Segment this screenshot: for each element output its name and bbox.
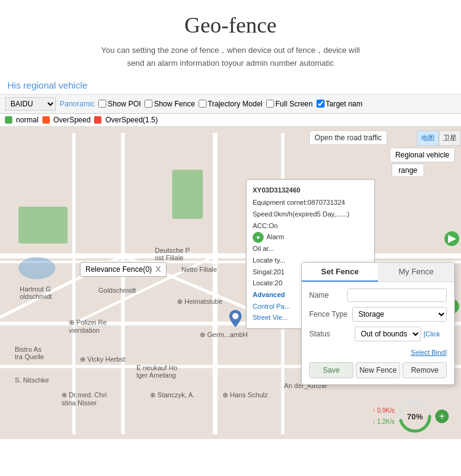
new-fence-button[interactable]: New Fence [356, 362, 400, 378]
overspeed15-dot [94, 116, 101, 124]
trajectory-checkbox[interactable] [199, 100, 207, 108]
set-fence-body: Name Fence Type Storage Circle Rectangle… [302, 282, 454, 384]
panoramic-link[interactable]: Panoramic [60, 100, 95, 108]
control-panel-link[interactable]: Control Pa... [253, 303, 290, 310]
popup-oil: Oil ar... [253, 243, 368, 255]
range-button[interactable]: range [392, 164, 424, 177]
fullscreen-checkbox-label[interactable]: Full Screen [266, 100, 313, 108]
overspeed15-label: OverSpeed(1.5) [105, 116, 157, 124]
select-bind-row: Select Bind] [309, 346, 447, 357]
advanced-link[interactable]: Advanced [253, 291, 285, 298]
tab-set-fence[interactable]: Set Fence [302, 263, 378, 282]
map-source-select[interactable]: BAIDU GOOGLE [5, 97, 56, 111]
map-type-buttons: 地图 卫星 [417, 130, 461, 146]
relevance-fence-label: Relevance Fence(0) X [80, 262, 167, 277]
show-fence-checkbox[interactable] [144, 100, 152, 108]
select-bind-link[interactable]: Select Bind] [411, 349, 447, 356]
speed-percent: 70% [407, 411, 423, 421]
set-fence-dialog: Set Fence My Fence Name Fence Type Stora… [301, 262, 455, 385]
svg-rect-12 [18, 207, 68, 244]
page-title: Geo-fence [0, 12, 461, 38]
show-fence-checkbox-label[interactable]: Show Fence [144, 100, 195, 108]
overspeed-label: OverSpeed [53, 116, 91, 124]
trajectory-checkbox-label[interactable]: Trajectory Model [199, 100, 262, 108]
map-background[interactable]: Deutsche Post Filiale Sabine Adler ⊕ Gol… [0, 127, 461, 439]
click-label: [Click [424, 330, 440, 338]
circle-gauge: 70% [398, 400, 431, 433]
fence-label-text: Relevance Fence(0) [85, 265, 152, 274]
regional-vehicle-popup: Regional vehicle [390, 148, 455, 162]
speed-data: ↑ 0.9K/s ↓ 1.2K/s [372, 405, 395, 427]
remove-button[interactable]: Remove [403, 362, 447, 378]
status-bar: normal OverSpeed OverSpeed(1.5) [0, 114, 461, 127]
normal-dot [5, 116, 12, 124]
plus-button[interactable]: + [435, 410, 449, 423]
save-button[interactable]: Save [309, 362, 353, 378]
map-container: His regional vehicle BAIDU GOOGLE Panora… [0, 76, 461, 439]
status-label: Status [309, 330, 352, 338]
fence-type-label: Fence Type [309, 310, 352, 319]
alarm-icon: ● [253, 232, 264, 243]
show-poi-checkbox-label[interactable]: Show POI [98, 100, 141, 108]
speed-indicator: ↑ 0.9K/s ↓ 1.2K/s 70% + [372, 400, 449, 433]
show-poi-checkbox[interactable] [98, 100, 106, 108]
map-pin [229, 310, 242, 330]
svg-point-15 [18, 257, 55, 279]
green-expand-button[interactable]: ▶ [444, 231, 459, 246]
vehicle-title: His regional vehicle [7, 80, 87, 90]
fullscreen-checkbox[interactable] [266, 100, 274, 108]
tab-my-fence[interactable]: My Fence [378, 263, 454, 282]
street-view-link[interactable]: Street Vie... [253, 314, 288, 321]
normal-label: normal [16, 116, 39, 124]
fence-action-row: Save New Fence Remove [309, 362, 447, 378]
vehicle-title-bar: His regional vehicle [0, 76, 461, 95]
name-row: Name [309, 288, 447, 302]
name-input[interactable] [347, 288, 447, 302]
map-toolbar: BAIDU GOOGLE Panoramic Show POI Show Fen… [0, 95, 461, 114]
fence-type-select[interactable]: Storage Circle Rectangle [352, 307, 447, 322]
popup-alarm: ● Alarm [253, 231, 368, 243]
map-type-map[interactable]: 地图 [417, 130, 439, 146]
page-subtitle: You can setting the zone of fence，when d… [0, 44, 461, 70]
popup-speed: Speed:0km/h(expired5 Day,......) [253, 208, 368, 220]
map-type-satellite[interactable]: 卫星 [439, 130, 461, 146]
svg-rect-13 [172, 170, 203, 219]
fence-type-row: Fence Type Storage Circle Rectangle [309, 307, 447, 322]
open-road-button[interactable]: Open the road traffic [309, 130, 387, 145]
set-fence-tabs: Set Fence My Fence [302, 263, 454, 282]
svg-point-16 [232, 313, 238, 319]
popup-device-id: XY03D3132460 [253, 184, 368, 196]
out-of-bounds-select[interactable]: Out of bounds In bounds [355, 327, 421, 341]
fence-close-btn[interactable]: X [156, 265, 161, 273]
targetname-checkbox[interactable] [317, 100, 325, 108]
popup-acc: ACC:On [253, 220, 368, 232]
popup-equipment: Equipment cornet:0870731324 [253, 197, 368, 208]
targetname-checkbox-label[interactable]: Target nam [317, 100, 363, 108]
overspeed-dot [42, 116, 50, 124]
status-row: Status Out of bounds In bounds [Click [309, 327, 447, 341]
name-label: Name [309, 291, 347, 299]
header-section: Geo-fence You can setting the zone of fe… [0, 0, 461, 76]
